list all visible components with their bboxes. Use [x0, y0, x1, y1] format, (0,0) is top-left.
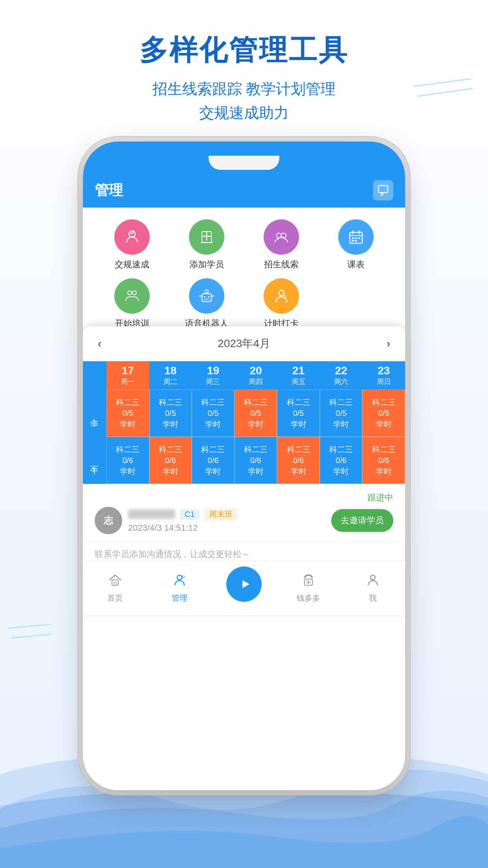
calendar-title: 2023年4月: [218, 336, 270, 351]
lead-status: 跟进中: [95, 492, 393, 504]
cell-sun-pm[interactable]: 科二三0/6学时: [362, 437, 405, 484]
main-title: 多样化管理工具: [0, 31, 488, 69]
calendar-next-btn[interactable]: ›: [383, 334, 393, 353]
message-icon[interactable]: [373, 180, 393, 200]
lead-time: 2023/4/3 14:51:12: [128, 523, 325, 533]
morning-row: 科二三0/5学时 科二三0/5学时 科二三0/5学时 科二三0/5学时 科二三0…: [106, 390, 405, 437]
center-button[interactable]: [226, 566, 262, 602]
sub-title-line2: 交规速成助力: [0, 101, 488, 125]
svg-point-31: [177, 575, 182, 580]
cell-mon-am[interactable]: 科二三0/5学时: [106, 390, 149, 437]
cell-wed-pm[interactable]: 科二三0/6学时: [192, 437, 235, 484]
invite-button[interactable]: 去邀请学员: [331, 509, 393, 532]
lead-row: 志 C1 周末班 2023/4/3 14:51:12 去邀请学员: [95, 507, 393, 534]
nav-qianduoduo[interactable]: 钱多多: [276, 573, 341, 603]
top-bar: 管理: [83, 173, 405, 208]
svg-point-15: [128, 291, 132, 295]
phone-mockup: 管理: [83, 142, 405, 790]
home-icon: [108, 573, 122, 590]
sub-title: 招生线索跟踪 教学计划管理 交规速成助力: [0, 77, 488, 125]
nav-home-label: 首页: [107, 593, 123, 603]
icon-item-recruit[interactable]: 招生线索: [248, 219, 315, 270]
icon-grid-row1: 交规速成 添加学员: [83, 208, 405, 274]
svg-point-24: [279, 290, 284, 296]
afternoon-row: 科二三0/6学时 科二三0/6学时 科二三0/6学时 科二三0/6学时 科二三0…: [106, 437, 405, 484]
recruit-label: 招生线索: [264, 259, 299, 270]
icon-item-jiaogui[interactable]: 交规速成: [99, 219, 165, 270]
me-icon: [366, 573, 380, 590]
checkin-icon: [264, 278, 299, 314]
lead-class-type: 周末班: [204, 508, 237, 520]
svg-point-21: [208, 296, 209, 298]
day-col-thu[interactable]: 20 周四: [235, 361, 277, 390]
nav-money-label: 钱多多: [297, 593, 320, 603]
svg-rect-11: [355, 237, 357, 239]
lead-card: 跟进中 志 C1 周末班: [83, 484, 405, 542]
calendar-overlay: ‹ 2023年4月 › 17 周一 18 周二 19: [83, 326, 405, 615]
robot-icon: [189, 278, 224, 314]
schedule-label: 课表: [347, 259, 365, 270]
lead-name-blurred: [128, 509, 175, 519]
calendar-grid: 科二三0/5学时 科二三0/5学时 科二三0/5学时 科二三0/5学时 科二三0…: [106, 390, 405, 484]
svg-point-20: [204, 296, 205, 298]
cell-fri-pm[interactable]: 科二三0/6学时: [277, 437, 320, 484]
svg-line-2: [8, 624, 51, 628]
icon-item-checkin[interactable]: 计时打卡: [248, 278, 315, 329]
calendar-header: ‹ 2023年4月 ›: [83, 326, 405, 361]
svg-rect-12: [358, 237, 360, 239]
calendar-days-header: 17 周一 18 周二 19 周三 20 周四: [83, 361, 405, 390]
header-section: 多样化管理工具 招生线索跟踪 教学计划管理 交规速成助力: [0, 31, 488, 125]
top-bar-title: 管理: [95, 181, 123, 200]
cell-wed-am[interactable]: 科二三0/5学时: [192, 390, 235, 437]
day-col-sat[interactable]: 22 周六: [320, 361, 363, 390]
sub-title-line1: 招生线索跟踪 教学计划管理: [0, 77, 488, 101]
cell-mon-pm[interactable]: 科二三0/6学时: [106, 437, 149, 484]
training-icon: [114, 278, 150, 314]
lead-name-row: C1 周末班: [128, 508, 325, 520]
jiaogui-label: 交规速成: [115, 259, 149, 270]
nav-me-label: 我: [369, 593, 377, 603]
phone-notch: [209, 156, 279, 170]
day-col-tue[interactable]: 18 周二: [149, 361, 192, 390]
calendar-prev-btn[interactable]: ‹: [95, 334, 105, 353]
app-screen: 管理: [83, 173, 405, 790]
svg-rect-14: [355, 240, 357, 242]
day-col-fri[interactable]: 21 周五: [277, 361, 320, 390]
svg-rect-10: [352, 237, 354, 239]
cell-thu-am[interactable]: 科二三0/5学时: [235, 390, 277, 437]
deco-lines-left: [8, 624, 55, 652]
cell-sun-am[interactable]: 科二三0/5学时: [362, 390, 405, 437]
svg-rect-29: [112, 580, 118, 585]
add-student-icon: [189, 219, 224, 255]
svg-point-37: [371, 575, 375, 580]
day-col-mon[interactable]: 17 周一: [106, 361, 149, 390]
nav-center[interactable]: [212, 574, 276, 602]
cell-thu-pm[interactable]: 科二三0/6学时: [235, 437, 277, 484]
cell-sat-pm[interactable]: 科二三0/6学时: [320, 437, 363, 484]
svg-point-18: [205, 290, 208, 293]
nav-home[interactable]: 首页: [83, 573, 147, 603]
lead-avatar: 志: [95, 507, 122, 534]
svg-marker-33: [242, 580, 250, 588]
day-col-wed[interactable]: 19 周三: [192, 361, 235, 390]
svg-rect-13: [352, 240, 354, 242]
cell-tue-am[interactable]: 科二三0/5学时: [149, 390, 192, 437]
svg-line-3: [12, 634, 51, 638]
cell-fri-am[interactable]: 科二三0/5学时: [277, 390, 320, 437]
day-col-sun[interactable]: 23 周日: [362, 361, 405, 390]
phone-notch-area: [83, 142, 405, 173]
icon-item-robot[interactable]: 语音机器人: [173, 278, 240, 329]
calendar-body: 上午 下午 科二三0/5学时 科二三0/5学时 科二三0/5学时 科二三0/5学…: [83, 390, 405, 484]
icon-item-schedule[interactable]: 课表: [323, 219, 389, 270]
nav-manage-label: 管理: [172, 593, 187, 603]
cell-tue-pm[interactable]: 科二三0/6学时: [149, 437, 192, 484]
icon-item-training[interactable]: 开始培训: [99, 278, 165, 329]
icon-item-add-student[interactable]: 添加学员: [173, 219, 240, 270]
icon-grid-row2: 开始培训: [83, 274, 405, 333]
jiaogui-icon: [114, 219, 150, 255]
manage-icon: [172, 573, 187, 590]
add-student-label: 添加学员: [189, 259, 224, 270]
nav-me[interactable]: 我: [341, 573, 405, 603]
nav-manage[interactable]: 管理: [147, 573, 212, 603]
cell-sat-am[interactable]: 科二三0/5学时: [320, 390, 363, 437]
